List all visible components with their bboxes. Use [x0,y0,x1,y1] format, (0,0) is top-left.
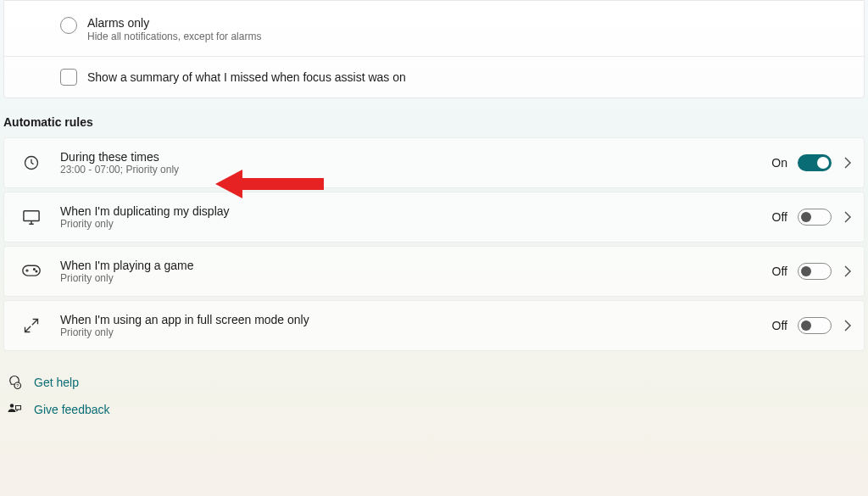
rule-title: When I'm playing a game [60,259,772,272]
rule-subtitle: Priority only [60,218,772,230]
svg-point-4 [36,270,37,272]
get-help-label: Get help [34,376,79,389]
alarms-only-subtitle: Hide all notifications, except for alarm… [87,31,261,42]
rule-subtitle: Priority only [60,326,772,338]
svg-rect-1 [24,211,39,221]
svg-point-3 [34,269,36,270]
rule-subtitle: 23:00 - 07:00; Priority only [60,164,771,176]
checkbox-icon [60,69,77,86]
feedback-icon [7,402,22,417]
radio-icon [60,17,77,34]
rule-subtitle: Priority only [60,272,772,284]
expand-icon [21,315,42,336]
rule-duplicating-display[interactable]: When I'm duplicating my display Priority… [3,192,865,242]
rule-title: When I'm using an app in full screen mod… [60,313,772,326]
chevron-right-icon [843,320,852,332]
give-feedback-label: Give feedback [34,403,110,416]
chevron-right-icon [843,157,852,169]
svg-point-7 [10,404,14,408]
focus-assist-options-card: Alarms only Hide all notifications, exce… [3,0,865,98]
svg-text:?: ? [16,383,19,388]
alarms-only-option[interactable]: Alarms only Hide all notifications, exce… [4,1,864,56]
give-feedback-link[interactable]: Give feedback [7,402,868,417]
toggle-switch[interactable] [798,154,832,171]
clock-icon [21,153,42,173]
rule-during-times[interactable]: During these times 23:00 - 07:00; Priori… [3,137,865,188]
alarms-only-title: Alarms only [87,16,261,30]
get-help-link[interactable]: ? Get help [7,375,868,390]
show-summary-option[interactable]: Show a summary of what I missed when foc… [4,57,864,98]
toggle-state-label: Off [772,210,787,224]
rule-title: During these times [60,150,771,164]
toggle-state-label: Off [772,265,787,278]
rule-title: When I'm duplicating my display [60,204,772,218]
toggle-switch[interactable] [798,209,832,226]
automatic-rules-heading: Automatic rules [3,115,868,129]
chevron-right-icon [843,211,852,223]
toggle-switch[interactable] [798,317,832,334]
show-summary-label: Show a summary of what I missed when foc… [87,70,406,84]
toggle-switch[interactable] [798,263,832,280]
toggle-state-label: Off [772,319,787,332]
help-icon: ? [7,375,22,390]
chevron-right-icon [843,265,852,277]
rule-playing-game[interactable]: When I'm playing a game Priority only Of… [3,246,865,297]
rule-fullscreen-app[interactable]: When I'm using an app in full screen mod… [3,300,865,351]
gamepad-icon [21,261,42,281]
toggle-state-label: On [771,156,787,170]
monitor-icon [21,207,42,227]
footer-links: ? Get help Give feedback [7,375,868,417]
